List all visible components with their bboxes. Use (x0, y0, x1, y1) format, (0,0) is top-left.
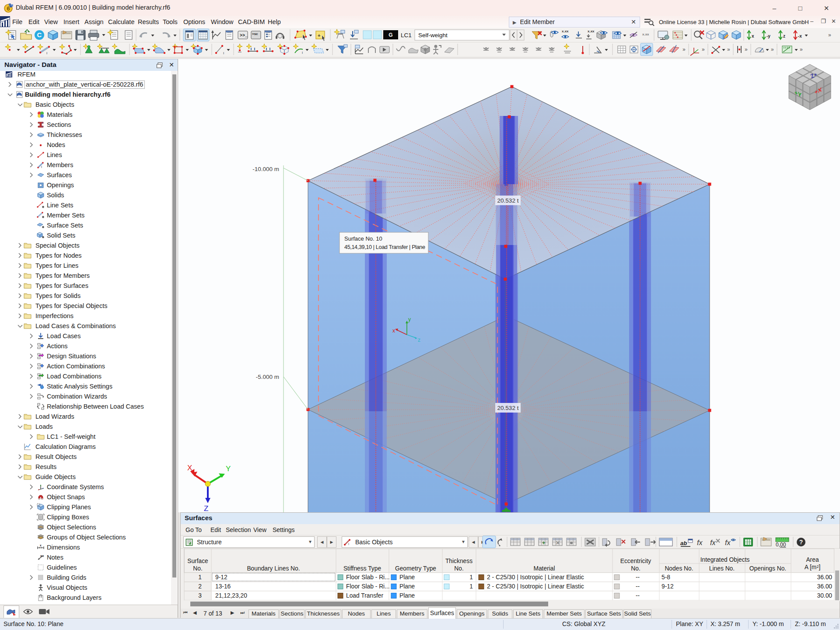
svg-text:Thickness: Thickness (445, 558, 472, 564)
svg-text:»: » (682, 46, 686, 52)
svg-text:-5.000 m: -5.000 m (256, 374, 279, 380)
svg-text:I: I (348, 542, 349, 546)
svg-text:»: » (727, 46, 730, 52)
svg-text:-y: -y (766, 34, 770, 38)
svg-text:fx: fx (725, 539, 731, 546)
svg-text:I: I (46, 51, 47, 55)
svg-text:Geometry Type: Geometry Type (395, 565, 436, 572)
svg-text:y: y (408, 316, 411, 322)
svg-text:x: x (40, 544, 42, 547)
svg-text:Nodes No.: Nodes No. (665, 565, 693, 572)
svg-text:Material: Material (533, 565, 555, 572)
svg-text:Surface: Surface (187, 558, 208, 564)
svg-text:I: I (302, 51, 303, 55)
svg-text:fx: fx (697, 539, 703, 546)
svg-text:30.00: 30.00 (817, 592, 832, 599)
svg-text:Floor Slab - Ri...: Floor Slab - Ri... (346, 583, 390, 590)
svg-text:20.532 t: 20.532 t (497, 197, 519, 204)
svg-text:+: + (542, 539, 546, 546)
svg-text:Surface No. 10: Surface No. 10 (344, 235, 382, 242)
svg-text:»: » (745, 46, 748, 52)
svg-text:»: » (800, 46, 803, 52)
svg-text:Boundary Lines No.: Boundary Lines No. (247, 565, 300, 572)
svg-text:x: x (392, 328, 395, 334)
svg-text:>>_: >>_ (240, 33, 248, 38)
svg-text:0,00: 0,00 (776, 542, 786, 548)
svg-text:5-8: 5-8 (662, 574, 670, 581)
svg-text:fx: fx (710, 539, 716, 546)
svg-text:z: z (783, 34, 785, 38)
svg-text:Integrated Objects: Integrated Objects (700, 556, 750, 563)
svg-text:20.532 t: 20.532 t (497, 405, 519, 411)
svg-text:ab: ab (680, 540, 687, 546)
svg-text:--: -- (636, 574, 640, 581)
svg-text:x.xx: x.xx (642, 32, 649, 36)
svg-text:36.00: 36.00 (817, 583, 832, 590)
svg-text:2 - C25/30 | Isotropic | Linea: 2 - C25/30 | Isotropic | Linear Elastic (487, 574, 584, 581)
svg-text:Y: Y (226, 465, 231, 473)
svg-text:Plane: Plane (399, 592, 415, 599)
svg-text:-x: -x (798, 34, 802, 38)
svg-text:Plane: Plane (399, 574, 415, 581)
svg-text:13-16: 13-16 (215, 583, 231, 590)
svg-text:>sc: >sc (252, 32, 258, 36)
svg-text:1: 1 (469, 574, 473, 581)
svg-text:2 - C25/30 | Isotropic | Linea: 2 - C25/30 | Isotropic | Linear Elastic (487, 583, 584, 590)
svg-text:Plane: Plane (399, 583, 415, 590)
svg-text:3: 3 (198, 592, 202, 599)
svg-text:2: 2 (198, 583, 202, 590)
svg-text:No.: No. (631, 565, 640, 572)
svg-text:No.: No. (193, 565, 202, 572)
svg-text:I: I (41, 165, 42, 168)
svg-text:Stiffness Type: Stiffness Type (343, 565, 381, 572)
svg-text:»: » (771, 46, 774, 52)
svg-text:Lines No.: Lines No. (709, 565, 735, 572)
svg-text:I: I (223, 51, 224, 55)
svg-text:G: G (388, 32, 392, 38)
svg-text:z: z (418, 337, 420, 343)
svg-text:Load Transfer: Load Transfer (346, 592, 384, 599)
svg-text:x: x (752, 34, 754, 38)
svg-text:6: 6 (7, 5, 10, 12)
svg-text:»: » (702, 46, 705, 52)
svg-text:Area: Area (806, 556, 819, 563)
svg-text:?: ? (799, 539, 803, 546)
svg-text:»: » (828, 32, 831, 38)
svg-text:X: X (187, 464, 192, 472)
svg-text:9-12: 9-12 (215, 574, 228, 581)
svg-text:--: -- (636, 583, 640, 590)
svg-text:45,14,39,10 | Load Transfer |: 45,14,39,10 | Load Transfer | Plane (344, 244, 425, 250)
svg-text:21,12,23,20: 21,12,23,20 (215, 592, 247, 599)
svg-text:x.xx: x.xx (588, 29, 595, 33)
svg-text:C: C (37, 31, 42, 38)
svg-text:+: + (318, 33, 320, 38)
svg-text:--: -- (636, 592, 640, 599)
svg-text:Eccentricity: Eccentricity (620, 558, 651, 564)
svg-text:Self-weight: Self-weight (418, 32, 448, 38)
svg-text:xx: xx (40, 554, 44, 558)
svg-text:Z: Z (204, 504, 208, 512)
svg-text:1: 1 (198, 574, 202, 581)
svg-text:No.: No. (454, 565, 463, 572)
svg-text:Floor Slab - Ri...: Floor Slab - Ri... (346, 574, 390, 581)
svg-text:36.00: 36.00 (817, 574, 832, 581)
svg-text:✕: ✕ (556, 540, 560, 546)
svg-text:Openings No.: Openings No. (749, 565, 786, 572)
svg-text:-10.000 m: -10.000 m (252, 166, 279, 172)
svg-text:LC1: LC1 (401, 32, 412, 38)
svg-text:x.xx: x.xx (562, 29, 569, 33)
svg-text:1: 1 (469, 583, 473, 590)
svg-text:9-12: 9-12 (662, 583, 674, 590)
